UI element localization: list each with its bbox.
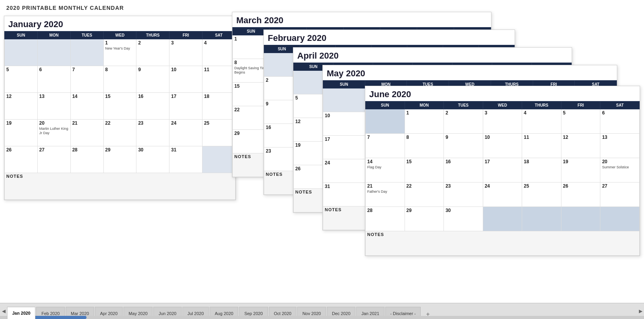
table-row: 7 xyxy=(70,66,103,93)
table-row: 11 xyxy=(522,134,561,158)
february-title: February 2020 xyxy=(264,30,515,45)
table-row: 31 xyxy=(169,146,202,173)
table-row: 18 xyxy=(202,93,236,120)
table-row: 7 xyxy=(366,134,405,158)
table-row: 21 xyxy=(70,120,103,146)
table-row: 27 xyxy=(600,183,640,207)
table-row: 23 xyxy=(136,120,169,146)
jun-wed-header: WED xyxy=(483,101,522,109)
table-row: 12 xyxy=(5,93,38,120)
table-row: 24 xyxy=(323,159,365,183)
table-row: 15 xyxy=(103,93,136,120)
table-row: 6 xyxy=(600,109,640,134)
table-row: 6 xyxy=(37,66,70,93)
table-row: 8 xyxy=(405,134,444,158)
table-row: 26 xyxy=(561,183,600,207)
jan-fri-header: FRI xyxy=(169,31,202,39)
table-row: 22 xyxy=(405,183,444,207)
table-row: 26 xyxy=(5,146,38,173)
table-row: 29 xyxy=(103,146,136,173)
table-row: 1 xyxy=(405,109,444,134)
table-row: 24 xyxy=(483,183,522,207)
jan-sun-header: SUN xyxy=(5,31,38,39)
jun-mon-header: MON xyxy=(405,101,444,109)
table-row: 1New Year's Day xyxy=(103,39,136,66)
jun-fri-header: FRI xyxy=(561,101,600,109)
table-row: 17 xyxy=(169,93,202,120)
january-table: SUN MON TUES WED THURS FRI SAT 1New Year… xyxy=(4,31,236,200)
jan-tues-header: TUES xyxy=(70,31,103,39)
table-row: 14 xyxy=(70,93,103,120)
table-row xyxy=(483,207,522,231)
table-row xyxy=(600,207,640,231)
table-row: 10 xyxy=(323,112,365,136)
table-row xyxy=(37,39,70,66)
table-row: 16 xyxy=(136,93,169,120)
table-row: 27 xyxy=(37,146,70,173)
table-row: 12 xyxy=(561,134,600,158)
jan-mon-header: MON xyxy=(37,31,70,39)
jun-sat-header: SAT xyxy=(600,101,640,109)
table-row: 22 xyxy=(103,120,136,146)
table-row: 31 xyxy=(323,183,365,207)
january-notes: NOTES xyxy=(5,173,236,200)
table-row: 18 xyxy=(522,158,561,183)
table-row: 4 xyxy=(202,39,236,66)
table-row: 20Summer Solstice xyxy=(600,158,640,183)
june-table: SUN MON TUES WED THURS FRI SAT 1 2 3 4 5 xyxy=(365,101,640,256)
table-row: 5 xyxy=(561,109,600,134)
table-row: 9 xyxy=(136,66,169,93)
table-row: 9 xyxy=(444,134,483,158)
table-row: 21Father's Day xyxy=(366,183,405,207)
page-title: 2020 PRINTABLE MONTHLY CALENDAR xyxy=(6,5,638,11)
june-calendar: June 2020 SUN MON TUES WED THURS FRI SAT… xyxy=(365,86,640,256)
table-row: 29 xyxy=(405,207,444,231)
table-row: 4 xyxy=(522,109,561,134)
table-row: 2 xyxy=(136,39,169,66)
table-row: 28 xyxy=(70,146,103,173)
jan-sat-header: SAT xyxy=(202,31,236,39)
table-row: 13 xyxy=(600,134,640,158)
tab-bar: ◀ Jan 2020 Feb 2020 Mar 2020 Apr 2020 Ma… xyxy=(0,303,644,319)
january-calendar: January 2020 SUN MON TUES WED THURS FRI … xyxy=(4,16,236,200)
table-row: 11 xyxy=(202,66,236,93)
main-area: 2020 PRINTABLE MONTHLY CALENDAR January … xyxy=(0,0,644,303)
table-row: 25 xyxy=(522,183,561,207)
june-notes: NOTES xyxy=(366,231,640,256)
table-row: 17 xyxy=(323,136,365,159)
jun-tues-header: TUES xyxy=(444,101,483,109)
table-row: 16 xyxy=(444,158,483,183)
table-row: 19 xyxy=(5,120,38,146)
jan-wed-header: WED xyxy=(103,31,136,39)
table-row: 3 xyxy=(169,39,202,66)
table-row: 15 xyxy=(405,158,444,183)
table-row: 30 xyxy=(444,207,483,231)
table-row xyxy=(70,39,103,66)
table-row xyxy=(522,207,561,231)
tab-jan-2020[interactable]: Jan 2020 xyxy=(7,307,35,319)
june-title: June 2020 xyxy=(365,86,640,101)
table-row: 5 xyxy=(5,66,38,93)
table-row: 19 xyxy=(561,158,600,183)
jun-thurs-header: THURS xyxy=(522,101,561,109)
table-row: 10 xyxy=(169,66,202,93)
jan-thurs-header: THURS xyxy=(136,31,169,39)
may-sun-header: SUN xyxy=(323,81,365,89)
table-row xyxy=(323,89,365,112)
table-row: 10 xyxy=(483,134,522,158)
table-row: 28 xyxy=(366,207,405,231)
table-row xyxy=(561,207,600,231)
table-row xyxy=(366,109,405,134)
january-title: January 2020 xyxy=(4,16,236,31)
table-row: 14Flag Day xyxy=(366,158,405,183)
may-title: May 2020 xyxy=(323,65,617,80)
table-row: 8 xyxy=(103,66,136,93)
table-row: 23 xyxy=(444,183,483,207)
april-title: April 2020 xyxy=(293,48,572,63)
table-row: 24 xyxy=(169,120,202,146)
march-title: March 2020 xyxy=(232,12,491,27)
jun-sun-header: SUN xyxy=(366,101,405,109)
table-row: 13 xyxy=(37,93,70,120)
table-row: 2 xyxy=(444,109,483,134)
table-row: 20Martin Luther King Jr Day xyxy=(37,120,70,146)
